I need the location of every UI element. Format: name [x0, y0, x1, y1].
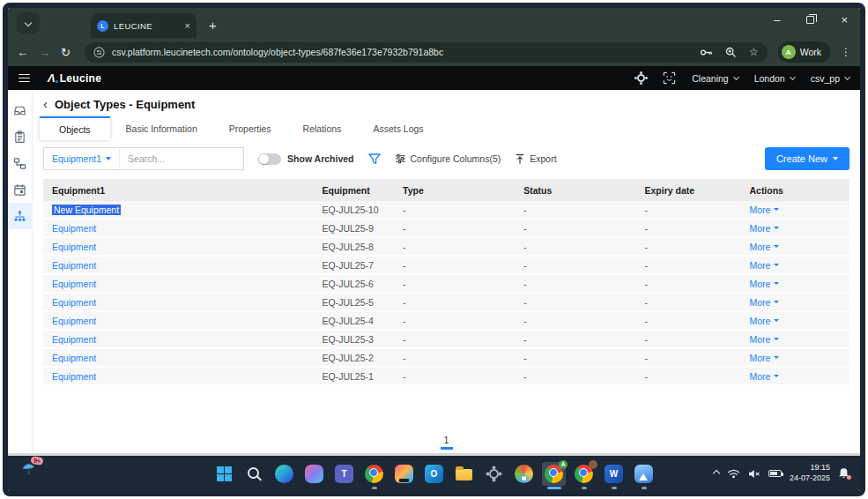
equipment-name-link[interactable]: Equipment: [52, 260, 96, 271]
tab-objects[interactable]: Objects: [40, 116, 110, 140]
create-new-button[interactable]: Create New: [765, 147, 849, 170]
cell-status: -: [515, 297, 635, 308]
tab-relations[interactable]: Relations: [287, 116, 358, 140]
taskbar-item-pong[interactable]: [392, 462, 416, 486]
browser-menu-icon[interactable]: ⋮: [841, 46, 851, 58]
more-button[interactable]: More: [749, 260, 849, 271]
create-new-label: Create New: [776, 153, 827, 164]
reload-button[interactable]: ↻: [61, 47, 70, 58]
cell-actions: More: [740, 242, 849, 252]
wifi-icon[interactable]: [727, 469, 740, 479]
more-button[interactable]: More: [749, 371, 849, 382]
cell-actions: More: [740, 260, 849, 271]
equipment-name-link[interactable]: Equipment: [52, 371, 96, 382]
new-tab-button[interactable]: +: [209, 19, 217, 32]
more-button[interactable]: More: [749, 223, 849, 234]
user-dropdown[interactable]: csv_pp: [811, 73, 849, 84]
zoom-icon[interactable]: [725, 47, 737, 58]
minimize-button[interactable]: –: [774, 14, 780, 26]
address-bar[interactable]: csv.platform.leucinetech.com/ontology/ob…: [85, 42, 768, 63]
equipment-name-link[interactable]: Equipment: [52, 242, 96, 252]
filter-funnel-icon[interactable]: [368, 153, 381, 165]
more-button[interactable]: More: [749, 297, 849, 308]
site-info-icon[interactable]: [93, 47, 105, 58]
equipment-name-link[interactable]: Equipment: [52, 279, 96, 289]
close-window-button[interactable]: ×: [841, 14, 848, 26]
tab-search-chevron-button[interactable]: [17, 12, 40, 34]
equipment-name-link[interactable]: Equipment: [52, 334, 96, 345]
settings-gear-icon[interactable]: [637, 74, 645, 82]
unit-dropdown[interactable]: Cleaning: [692, 73, 738, 84]
volume-muted-icon[interactable]: [748, 469, 760, 479]
cell-type: -: [394, 279, 515, 289]
back-nav-icon[interactable]: ‹: [43, 97, 48, 110]
tab-close-icon[interactable]: ×: [185, 21, 190, 31]
equipment-name-link[interactable]: New Equipment: [52, 205, 121, 215]
site-dropdown[interactable]: London: [754, 73, 795, 84]
taskbar-item-search[interactable]: [242, 462, 266, 486]
more-button[interactable]: More: [749, 334, 849, 345]
password-key-icon[interactable]: [700, 48, 713, 57]
battery-icon[interactable]: [768, 470, 782, 477]
toggle-switch[interactable]: [258, 153, 281, 165]
taskbar-item-word[interactable]: W: [602, 462, 626, 489]
taskbar-item-paint[interactable]: [512, 462, 536, 486]
hamburger-menu-icon[interactable]: [19, 74, 30, 83]
restore-button[interactable]: [806, 16, 814, 24]
browser-profile-chip[interactable]: A Work: [778, 41, 830, 63]
tray-date: 24-07-2025: [790, 473, 830, 482]
taskbar-item-file-explorer[interactable]: [452, 462, 476, 486]
sidebar-item-checklists[interactable]: [8, 123, 33, 150]
forward-button[interactable]: →: [39, 47, 50, 58]
taskbar-item-edge[interactable]: [272, 462, 296, 486]
equipment-name-link[interactable]: Equipment: [52, 223, 96, 234]
configure-columns-button[interactable]: Configure Columns(5): [395, 153, 501, 164]
chevron-down-icon: [25, 19, 32, 26]
sidebar-item-scheduler[interactable]: [8, 176, 33, 203]
search-input[interactable]: [120, 153, 243, 164]
bookmark-star-icon[interactable]: ☆: [749, 46, 759, 58]
sidebar-item-inbox[interactable]: [8, 97, 33, 123]
taskbar-item-chrome[interactable]: [362, 462, 386, 489]
taskbar-item-settings[interactable]: [482, 462, 506, 486]
show-archived-toggle[interactable]: Show Archived: [258, 153, 353, 165]
taskbar-item-chrome-alt[interactable]: [572, 462, 596, 489]
taskbar-item-outlook[interactable]: O: [422, 462, 446, 486]
entity-dropdown[interactable]: Equipment1: [44, 148, 120, 169]
table-body: New EquipmentEQ-JUL25-10---MoreEquipment…: [43, 201, 849, 386]
tray-chevron-up-icon[interactable]: [713, 470, 720, 477]
equipment-name-link[interactable]: Equipment: [52, 316, 96, 326]
cell-expiry: -: [636, 334, 741, 345]
cell-name: Equipment: [43, 279, 314, 289]
sidebar-item-workflows[interactable]: [8, 150, 33, 176]
tab-assets-logs[interactable]: Assets Logs: [357, 116, 439, 140]
profile-name: Work: [800, 47, 821, 57]
taskbar-pinned-left[interactable]: ☂ 9+: [22, 460, 35, 479]
taskbar-item-copilot[interactable]: [302, 462, 326, 486]
browser-tab[interactable]: L LEUCINE ×: [91, 13, 197, 38]
sidebar-item-ontology[interactable]: [8, 203, 33, 229]
more-button[interactable]: More: [749, 279, 849, 289]
tab-basic-information[interactable]: Basic Information: [110, 116, 213, 140]
equipment-name-link[interactable]: Equipment: [52, 297, 96, 308]
face-scan-icon[interactable]: [663, 71, 676, 85]
more-button[interactable]: More: [749, 242, 849, 252]
taskbar-item-teams[interactable]: T: [332, 462, 356, 486]
taskbar-item-photos[interactable]: [632, 462, 656, 489]
more-button[interactable]: More: [749, 316, 849, 326]
equipment-name-link[interactable]: Equipment: [52, 353, 96, 363]
cell-status: -: [515, 279, 635, 289]
notification-bell-icon[interactable]: [838, 467, 849, 480]
tray-clock[interactable]: 19:15 24-07-2025: [790, 463, 830, 483]
windows-taskbar: ☂ 9+ TOAW 19:15 24-07-2025: [8, 456, 860, 491]
column-header: Type: [394, 185, 515, 196]
tab-properties[interactable]: Properties: [213, 116, 287, 140]
taskbar-item-start[interactable]: [212, 462, 236, 486]
back-button[interactable]: ←: [17, 47, 28, 58]
page-number[interactable]: 1: [444, 435, 449, 445]
table-row: EquipmentEQ-JUL25-2---More: [43, 349, 849, 368]
more-button[interactable]: More: [749, 353, 849, 363]
export-button[interactable]: Export: [515, 153, 556, 165]
taskbar-item-chrome-work[interactable]: A: [542, 462, 566, 489]
more-button[interactable]: More: [749, 205, 849, 215]
